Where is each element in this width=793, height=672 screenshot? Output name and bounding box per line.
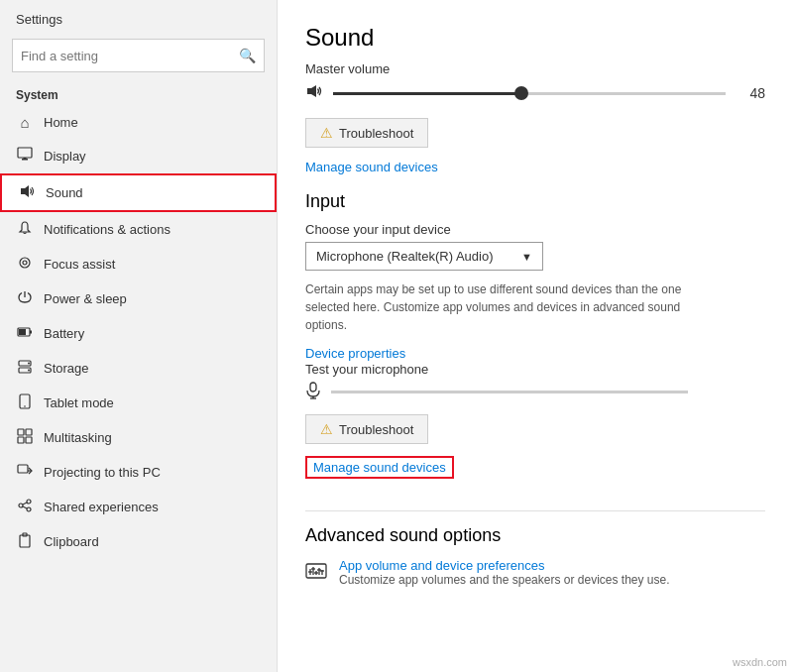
sound-icon [18,183,36,202]
app-volume-row: App volume and device preferences Custom… [305,558,765,587]
sidebar-item-label: Sound [46,185,83,200]
input-troubleshoot-button[interactable]: ⚠ Troubleshoot [305,414,428,444]
svg-point-20 [27,500,31,504]
app-volume-desc: Customize app volumes and the speakers o… [339,573,670,587]
manage-devices-link[interactable]: Manage sound devices [305,160,438,174]
sidebar-item-clipboard[interactable]: Clipboard [0,524,277,559]
tablet-icon [16,393,34,412]
sidebar-item-label: Power & sleep [44,291,127,306]
sidebar-item-label: Display [44,149,86,164]
app-title: Settings [0,0,277,33]
input-info-text: Certain apps may be set up to use differ… [305,280,722,334]
advanced-title: Advanced sound options [305,525,765,546]
sidebar-item-tablet[interactable]: Tablet mode [0,386,277,420]
svg-point-21 [19,504,23,507]
search-input[interactable] [21,49,239,63]
sidebar-item-label: Battery [44,326,84,341]
svg-point-4 [20,258,30,268]
main-content: Sound Master volume 48 ⚠ Troubleshoot Ma… [278,0,793,672]
svg-point-5 [23,261,27,265]
svg-rect-2 [24,158,27,160]
volume-row: 48 [305,82,765,104]
sidebar-item-label: Shared experiences [44,500,159,514]
app-volume-title[interactable]: App volume and device preferences [339,558,670,573]
sidebar: Settings 🔍 System ⌂ Home Display Sound N… [0,0,278,672]
volume-slider[interactable] [333,83,726,103]
svg-rect-16 [26,429,32,435]
focus-icon [16,255,34,274]
multitasking-icon [16,428,34,447]
svg-rect-18 [26,437,32,443]
search-icon: 🔍 [239,48,256,63]
sidebar-item-label: Clipboard [44,534,99,549]
svg-point-12 [28,370,30,372]
svg-rect-17 [18,437,24,443]
master-volume-label: Master volume [305,61,765,76]
input-device-value: Microphone (Realtek(R) Audio) [316,249,493,264]
test-mic-label: Test your microphone [305,362,765,377]
home-icon: ⌂ [16,114,34,131]
volume-icon [305,82,323,104]
svg-point-14 [24,405,26,407]
app-volume-icon [305,560,327,587]
sidebar-item-label: Home [44,115,78,130]
svg-rect-7 [30,331,32,334]
volume-fill [333,92,521,95]
warning-icon: ⚠ [320,125,333,141]
sidebar-item-notifications[interactable]: Notifications & actions [0,212,277,247]
watermark: wsxdn.com [733,656,787,668]
sidebar-item-power[interactable]: Power & sleep [0,281,277,316]
input-device-label: Choose your input device [305,222,765,237]
sidebar-item-focus[interactable]: Focus assist [0,247,277,281]
volume-thumb [514,86,528,100]
svg-line-24 [23,506,27,508]
sidebar-item-storage[interactable]: Storage [0,351,277,386]
shared-icon [16,498,34,516]
device-properties-link[interactable]: Device properties [305,346,405,361]
svg-point-22 [27,507,31,511]
notifications-icon [16,220,34,239]
warning-icon-input: ⚠ [320,421,333,437]
divider [305,510,765,511]
sidebar-item-multitasking[interactable]: Multitasking [0,420,277,455]
microphone-icon [305,382,321,402]
system-label: System [0,82,277,106]
mic-level-track [331,391,688,393]
chevron-down-icon: ▼ [521,251,532,263]
sidebar-item-projecting[interactable]: Projecting to this PC [0,455,277,490]
power-icon [16,289,34,308]
input-section-title: Input [305,191,765,212]
svg-rect-25 [20,535,30,547]
display-icon [16,147,34,166]
manage-sound-devices-link[interactable]: Manage sound devices [305,456,454,479]
mic-test-row [305,382,765,402]
sidebar-item-home[interactable]: ⌂ Home [0,106,277,139]
input-device-dropdown[interactable]: Microphone (Realtek(R) Audio) ▼ [305,242,543,271]
svg-line-23 [23,503,27,504]
sidebar-item-sound[interactable]: Sound [0,173,277,212]
projecting-icon [16,463,34,482]
sidebar-item-label: Multitasking [44,430,112,445]
app-volume-text: App volume and device preferences Custom… [339,558,670,587]
page-title: Sound [305,24,765,52]
sidebar-item-shared[interactable]: Shared experiences [0,490,277,524]
volume-track [333,92,726,95]
svg-rect-19 [18,465,28,473]
search-box[interactable]: 🔍 [12,39,265,72]
sidebar-item-battery[interactable]: Battery [0,316,277,351]
sidebar-item-label: Focus assist [44,257,115,272]
sidebar-item-label: Notifications & actions [44,222,170,237]
sidebar-item-label: Tablet mode [44,395,114,410]
storage-icon [16,359,34,378]
sidebar-item-label: Projecting to this PC [44,465,161,480]
volume-value: 48 [736,85,765,101]
svg-marker-27 [307,85,316,97]
svg-rect-0 [18,148,32,158]
clipboard-icon [16,532,34,551]
svg-point-11 [28,363,30,365]
battery-icon [16,324,34,343]
svg-rect-28 [310,383,316,392]
output-troubleshoot-button[interactable]: ⚠ Troubleshoot [305,118,428,148]
svg-marker-3 [21,185,29,197]
sidebar-item-display[interactable]: Display [0,139,277,173]
